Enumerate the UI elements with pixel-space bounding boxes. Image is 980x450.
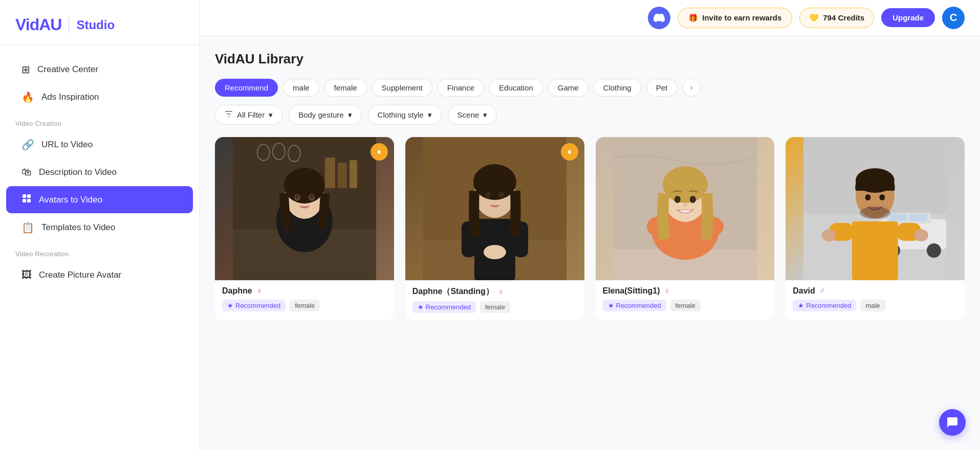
chevron-down-icon: ▾ (428, 110, 432, 120)
filter-tag-pet[interactable]: Pet (646, 79, 678, 97)
svg-rect-8 (350, 160, 357, 188)
svg-rect-6 (325, 158, 335, 188)
filter-tag-clothing[interactable]: Clothing (594, 79, 641, 97)
template-icon: 📋 (21, 221, 34, 234)
svg-point-29 (473, 164, 516, 200)
star-icon: ★ (608, 302, 614, 309)
svg-point-41 (682, 203, 687, 207)
filter-tag-male[interactable]: male (283, 79, 319, 97)
card-info-daphne: Daphne ♀ ★ Recommended female (215, 280, 394, 319)
premium-badge: ♦ (371, 143, 388, 161)
filter-tags-next[interactable]: › (682, 78, 701, 97)
sidebar-item-description-to-video[interactable]: 🛍 Description to Video (6, 159, 193, 185)
credits-value: 794 Credits (823, 13, 864, 22)
all-filter-label: All Filter (237, 110, 265, 119)
logo-area: VidAU Studio (0, 10, 199, 45)
svg-point-30 (486, 192, 491, 198)
sidebar-item-url-to-video[interactable]: 🔗 URL to Video (6, 131, 193, 158)
sidebar-item-templates-to-video[interactable]: 📋 Templates to Video (6, 214, 193, 241)
chevron-down-icon: ▾ (269, 110, 273, 120)
avatar-image-elena (596, 137, 775, 280)
all-filter-dropdown[interactable]: All Filter ▾ (215, 105, 282, 125)
invite-icon: 🎁 (688, 13, 698, 22)
main-nav: ⊞ Creative Center 🔥 Ads Inspiration Vide… (0, 55, 199, 289)
avatar-image-daphne: ♦ (215, 137, 394, 280)
card-info-elena: Elena(Sitting1) ♀ ★ Recommended female (596, 280, 775, 319)
avatar-name: David (793, 286, 815, 296)
star-icon: ★ (798, 302, 804, 309)
dropdown-filters-row: All Filter ▾ Body gesture ▾ Clothing sty… (215, 105, 965, 125)
sidebar-item-create-picture-avatar[interactable]: 🖼 Create Picture Avatar (6, 262, 193, 288)
avatar-name: Daphne（Standing） (412, 286, 494, 297)
avatar-card-elena[interactable]: Elena(Sitting1) ♀ ★ Recommended female (596, 137, 775, 320)
recommended-tag: ★ Recommended (793, 300, 856, 311)
chevron-down-icon: ▾ (483, 110, 487, 120)
card-info-david: David ♂ ★ Recommended male (786, 280, 965, 319)
link-icon: 🔗 (21, 139, 34, 151)
card-tags: ★ Recommended female (222, 300, 387, 311)
male-tag: male (860, 300, 885, 311)
upgrade-button[interactable]: Upgrade (881, 8, 935, 27)
body-gesture-dropdown[interactable]: Body gesture ▾ (289, 105, 361, 125)
recommended-tag: ★ Recommended (412, 301, 476, 313)
avatar-card-daphne-standing[interactable]: ♦ Daphne（Standing） ♀ ★ Recommended femal… (405, 137, 584, 320)
credits-display: 💛 794 Credits (799, 8, 874, 28)
filter-tag-game[interactable]: Game (548, 79, 589, 97)
avatar-card-david[interactable]: David ♂ ★ Recommended male (786, 137, 965, 320)
filter-tag-education[interactable]: Education (489, 79, 543, 97)
clothing-style-label: Clothing style (378, 110, 424, 119)
clothing-style-dropdown[interactable]: Clothing style ▾ (368, 105, 442, 125)
star-icon: ★ (418, 303, 424, 311)
card-name-row: Daphne（Standing） ♀ (412, 286, 577, 297)
star-icon: ★ (227, 302, 233, 309)
svg-point-40 (689, 196, 695, 203)
svg-rect-3 (27, 199, 31, 202)
filter-funnel-icon (225, 110, 233, 120)
sidebar-item-ads-inspiration[interactable]: 🔥 Ads Inspiration (6, 84, 193, 110)
filter-tags-row: Recommend male female Supplement Finance… (215, 78, 965, 97)
filter-tag-supplement[interactable]: Supplement (372, 79, 432, 97)
female-icon: ♀ (498, 287, 504, 297)
filter-tag-female[interactable]: female (324, 79, 367, 97)
sidebar-item-label: Ads Inspiration (41, 92, 99, 102)
svg-point-57 (865, 194, 871, 200)
chevron-down-icon: ▾ (348, 110, 352, 120)
brand-logo: VidAU (15, 15, 61, 34)
discord-button[interactable] (648, 7, 670, 29)
sidebar-item-label: Description to Video (39, 167, 117, 177)
fire-icon: 🔥 (21, 91, 34, 103)
female-icon: ♀ (256, 286, 263, 296)
filter-tag-finance[interactable]: Finance (438, 79, 484, 97)
scene-dropdown[interactable]: Scene ▾ (448, 105, 497, 125)
svg-point-38 (662, 166, 707, 203)
female-icon: ♀ (664, 286, 670, 296)
svg-point-59 (860, 207, 890, 219)
card-name-row: Elena(Sitting1) ♀ (603, 286, 768, 296)
scene-label: Scene (458, 110, 480, 119)
svg-point-17 (296, 195, 299, 198)
credits-icon: 💛 (809, 13, 819, 22)
chat-fab-button[interactable] (939, 409, 966, 436)
svg-point-39 (674, 196, 680, 203)
sidebar-item-avatars-to-video[interactable]: Avatars to Video (6, 186, 193, 213)
svg-rect-0 (23, 194, 26, 198)
main-content: 🎁 Invite to earn rewards 💛 794 Credits U… (200, 0, 980, 450)
library-content: VidAU Library Recommend male female Supp… (200, 36, 980, 450)
sidebar-item-creative-center[interactable]: ⊞ Creative Center (6, 56, 193, 83)
svg-rect-46 (889, 214, 907, 221)
avatar-name: Daphne (222, 286, 252, 296)
card-name-row: David ♂ (793, 286, 957, 296)
invite-button[interactable]: 🎁 Invite to earn rewards (678, 8, 792, 28)
recommended-tag: ★ Recommended (222, 300, 286, 311)
avatar-card-daphne[interactable]: ♦ Daphne ♀ ★ Recommended female (215, 137, 394, 320)
card-tags: ★ Recommended female (603, 300, 768, 311)
svg-rect-50 (852, 221, 898, 280)
premium-badge: ♦ (561, 143, 578, 161)
section-video-recreation: Video Recreation (0, 242, 199, 261)
user-avatar[interactable]: C (942, 7, 965, 29)
filter-tag-recommend[interactable]: Recommend (215, 79, 278, 97)
svg-point-58 (880, 194, 885, 200)
sidebar-item-label: Templates to Video (41, 222, 115, 233)
female-tag: female (290, 300, 320, 311)
female-tag: female (670, 300, 701, 311)
